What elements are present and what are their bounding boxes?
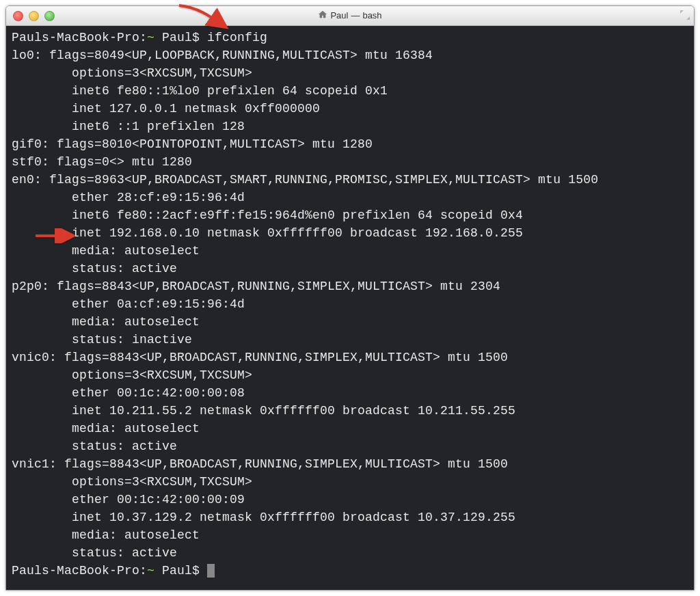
prompt-path: ~ [147,31,154,44]
prompt-path: ~ [147,564,154,578]
output-line: inet 10.211.55.2 netmask 0xffffff00 broa… [12,404,515,418]
output-line: options=3<RXCSUM,TXCSUM> [12,66,252,80]
output-line: vnic1: flags=8843<UP,BROADCAST,RUNNING,S… [12,457,508,471]
output-line: p2p0: flags=8843<UP,BROADCAST,RUNNING,SI… [12,280,500,293]
command-text: ifconfig [207,31,267,44]
output-line: inet6 ::1 prefixlen 128 [12,120,245,133]
output-line: options=3<RXCSUM,TXCSUM> [12,475,252,489]
prompt-host: Pauls-MacBook-Pro: [12,564,147,578]
output-line: en0: flags=8963<UP,BROADCAST,SMART,RUNNI… [12,173,598,187]
prompt-user: Paul$ [154,31,207,44]
title-sep: — [351,10,360,21]
output-line: options=3<RXCSUM,TXCSUM> [12,368,252,382]
prompt-host: Pauls-MacBook-Pro: [12,31,147,44]
output-line: inet 192.168.0.10 netmask 0xffffff00 bro… [12,226,523,240]
output-line: status: active [12,262,177,275]
prompt-user: Paul$ [154,564,207,578]
close-button[interactable] [13,11,23,21]
output-line: lo0: flags=8049<UP,LOOPBACK,RUNNING,MULT… [12,49,433,62]
titlebar[interactable]: Paul — bash [6,6,694,26]
output-line: inet 127.0.0.1 netmask 0xff000000 [12,102,320,116]
terminal-window: Paul — bash Pauls-MacBook-Pro:~ Paul$ if… [5,5,695,591]
output-line: status: active [12,439,177,453]
output-line: media: autoselect [12,528,200,542]
output-line: inet6 fe80::2acf:e9ff:fe15:964d%en0 pref… [12,208,523,222]
output-line: ether 28:cf:e9:15:96:4d [12,191,245,204]
output-line: ether 00:1c:42:00:00:08 [12,386,245,400]
minimize-button[interactable] [29,11,39,21]
title-area: Paul — bash [6,10,694,23]
output-line: vnic0: flags=8843<UP,BROADCAST,RUNNING,S… [12,351,508,364]
cursor [207,564,215,578]
output-line: media: autoselect [12,244,200,258]
title-shell: bash [362,10,381,21]
home-icon [318,10,327,21]
output-line: ether 0a:cf:e9:15:96:4d [12,297,245,311]
traffic-lights [13,11,55,21]
terminal-body[interactable]: Pauls-MacBook-Pro:~ Paul$ ifconfig lo0: … [6,26,694,591]
title-user: Paul [330,10,348,21]
output-line: media: autoselect [12,422,200,435]
output-line: gif0: flags=8010<POINTOPOINT,MULTICAST> … [12,137,373,151]
output-line: status: active [12,546,177,560]
output-line: stf0: flags=0<> mtu 1280 [12,155,192,169]
output-line: inet 10.37.129.2 netmask 0xffffff00 broa… [12,511,515,524]
output-line: media: autoselect [12,315,200,329]
zoom-button[interactable] [44,11,55,21]
fullscreen-icon[interactable] [680,10,690,23]
output-line: ether 00:1c:42:00:00:09 [12,493,245,506]
output-line: inet6 fe80::1%lo0 prefixlen 64 scopeid 0… [12,84,388,98]
output-line: status: inactive [12,333,192,347]
